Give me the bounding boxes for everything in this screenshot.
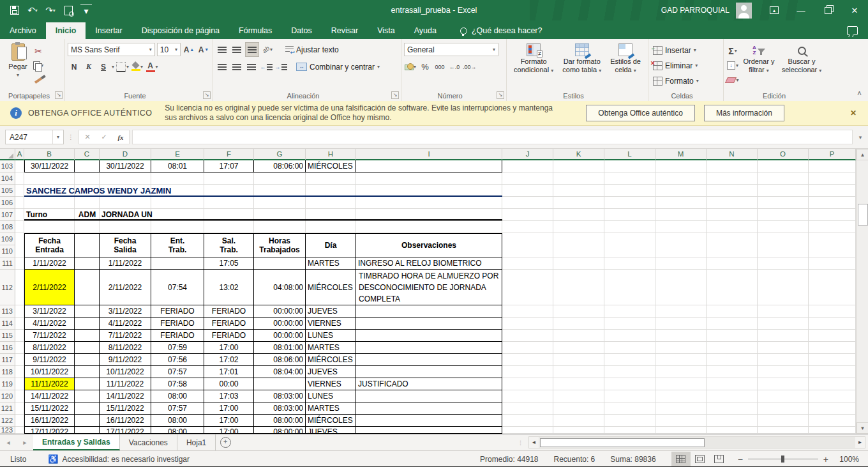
cell-L103[interactable] — [604, 160, 655, 172]
cell-I122[interactable] — [356, 415, 502, 427]
cell-E116[interactable]: 07:59 — [151, 342, 204, 354]
cell-H106[interactable] — [306, 197, 356, 209]
align-center-button[interactable] — [230, 60, 243, 73]
comma-style-button[interactable]: 000 — [433, 60, 446, 73]
row-header-108[interactable]: 108 — [0, 221, 15, 233]
cell-H117[interactable]: MIÉRCOLES — [306, 354, 356, 366]
cell-P107[interactable] — [809, 209, 856, 221]
percent-button[interactable]: % — [419, 60, 431, 73]
cell-C112[interactable] — [75, 270, 100, 305]
cell-E103[interactable]: 08:01 — [151, 160, 204, 172]
cell-D116[interactable]: 8/11/2022 — [100, 342, 151, 354]
cell-J117[interactable] — [502, 354, 553, 366]
row-header-104[interactable]: 104 — [0, 172, 15, 185]
row-header-115[interactable]: 115 — [0, 330, 15, 342]
cell-G106[interactable] — [254, 197, 306, 209]
cell-G122[interactable]: 08:00:00 — [254, 415, 306, 427]
cell-P111[interactable] — [809, 257, 856, 270]
normal-view-button[interactable] — [671, 452, 691, 467]
align-right-button[interactable] — [245, 60, 258, 73]
fill-button[interactable]: ↓▾ — [726, 59, 739, 72]
cell-I114[interactable] — [356, 318, 502, 330]
cell-H109[interactable]: Día — [306, 233, 356, 257]
font-dialog-launcher[interactable]: ↘ — [203, 91, 211, 99]
cell-C118[interactable] — [75, 366, 100, 378]
cell-A105[interactable] — [15, 185, 24, 197]
cell-G104[interactable] — [254, 172, 306, 185]
ribbon-tab-insertar[interactable]: Insertar — [86, 22, 131, 39]
underline-button[interactable]: S — [97, 60, 110, 73]
cell-J116[interactable] — [502, 342, 553, 354]
cell-O106[interactable] — [758, 197, 809, 209]
horizontal-scroll-thumb[interactable] — [540, 438, 705, 447]
cell-P109[interactable] — [809, 233, 856, 257]
minimize-button[interactable]: — — [788, 0, 814, 20]
paste-button[interactable]: Pegar ▾ — [4, 41, 32, 90]
ribbon-tab-disposici-n-de-p-gina[interactable]: Disposición de página — [132, 22, 229, 39]
cell-M117[interactable] — [655, 354, 707, 366]
cell-B106[interactable] — [24, 197, 75, 209]
cell-C117[interactable] — [75, 354, 100, 366]
cell-C114[interactable] — [75, 318, 100, 330]
cell-B120[interactable]: 14/11/2022 — [24, 390, 75, 402]
cell-F122[interactable]: 17:00 — [204, 415, 254, 427]
sheet-nav-right-icon[interactable]: ► — [17, 434, 33, 450]
formula-input[interactable] — [132, 130, 853, 144]
bold-button[interactable]: N — [68, 60, 80, 73]
column-header-K[interactable]: K — [553, 149, 604, 160]
cell-G113[interactable]: 00:00:00 — [254, 305, 306, 318]
row-header-111[interactable]: 111 — [0, 257, 15, 270]
cell-M105[interactable] — [655, 185, 707, 197]
cell-F116[interactable]: 17:00 — [204, 342, 254, 354]
cell-F115[interactable]: FERIADO — [204, 330, 254, 342]
cell-E122[interactable]: 08:00 — [151, 415, 204, 427]
cell-H111[interactable]: MARTES — [306, 257, 356, 270]
cell-styles-button[interactable]: Estilos de celda ▾ — [610, 41, 641, 90]
cell-D113[interactable]: 3/11/2022 — [100, 305, 151, 318]
cell-J109[interactable] — [502, 233, 553, 257]
cell-O116[interactable] — [758, 342, 809, 354]
ribbon-tab-datos[interactable]: Datos — [281, 22, 322, 39]
underline-dropdown-arrow[interactable]: ▾ — [112, 64, 114, 70]
sheet-tab-hoja1[interactable]: Hoja1 — [177, 434, 216, 450]
cell-G117[interactable]: 08:06:00 — [254, 354, 306, 366]
cell-P115[interactable] — [809, 330, 856, 342]
cell-K104[interactable] — [553, 172, 604, 185]
row-header-116[interactable]: 116 — [0, 342, 15, 354]
cell-A119[interactable] — [15, 378, 24, 390]
cell-M108[interactable] — [655, 221, 707, 233]
cell-J118[interactable] — [502, 366, 553, 378]
cell-E121[interactable]: 07:57 — [151, 402, 204, 415]
cell-B103[interactable]: 30/11/2022 — [24, 160, 75, 172]
cell-A115[interactable] — [15, 330, 24, 342]
cell-E119[interactable]: 07:58 — [151, 378, 204, 390]
row-header-118[interactable]: 118 — [0, 366, 15, 378]
cell-B121[interactable]: 15/11/2022 — [24, 402, 75, 415]
cell-O119[interactable] — [758, 378, 809, 390]
cell-B119[interactable]: 11/11/2022 — [24, 378, 75, 390]
collapse-ribbon-button[interactable]: ˄ — [857, 89, 862, 98]
cell-A113[interactable] — [15, 305, 24, 318]
cell-H113[interactable]: JUEVES — [306, 305, 356, 318]
cell-H118[interactable]: JUEVES — [306, 366, 356, 378]
cell-E115[interactable]: FERIADO — [151, 330, 204, 342]
cell-E120[interactable]: 08:00 — [151, 390, 204, 402]
align-bottom-button[interactable] — [245, 42, 259, 57]
cell-I112[interactable]: TIMBRADO HORA DE ALMUERZO POR DESCONOCIM… — [356, 270, 502, 305]
cell-I117[interactable] — [356, 354, 502, 366]
cell-J112[interactable] — [502, 270, 553, 305]
undo-button[interactable]: ↶▾ — [27, 4, 38, 16]
cell-M103[interactable] — [655, 160, 707, 172]
insert-cells-button[interactable]: ←Insertar▾ — [651, 43, 701, 57]
cell-A104[interactable] — [15, 172, 24, 185]
cell-N115[interactable] — [707, 330, 758, 342]
decrease-indent-button[interactable]: ← — [260, 60, 273, 73]
cell-B111[interactable]: 1/11/2022 — [24, 257, 75, 270]
cell-O123[interactable] — [758, 427, 809, 434]
align-left-button[interactable] — [216, 60, 228, 73]
cell-I120[interactable] — [356, 390, 502, 402]
ribbon-tab-ayuda[interactable]: Ayuda — [405, 22, 446, 39]
cell-K119[interactable] — [553, 378, 604, 390]
cell-D111[interactable]: 1/11/2022 — [100, 257, 151, 270]
cell-M118[interactable] — [655, 366, 707, 378]
